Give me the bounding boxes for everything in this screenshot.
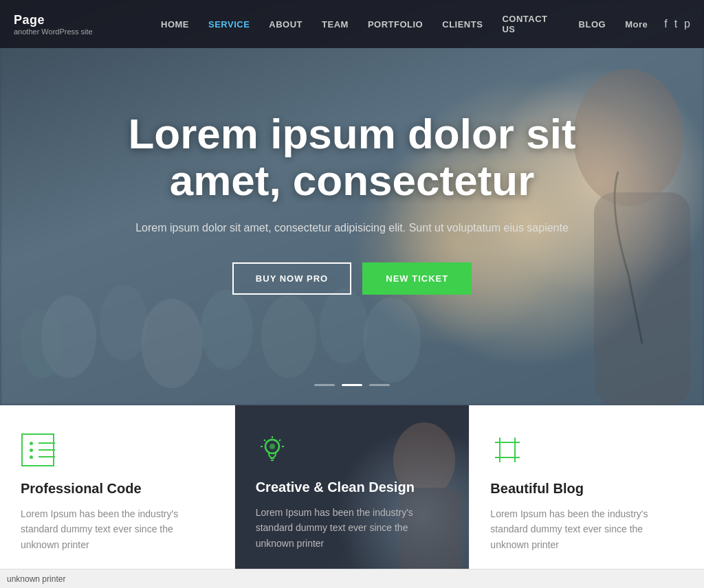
pinterest-icon[interactable]: p bbox=[684, 18, 690, 30]
svg-point-9 bbox=[363, 297, 421, 383]
nav-item-more[interactable]: More bbox=[615, 19, 657, 30]
feature-title-3: Beautiful Blog bbox=[490, 481, 683, 497]
brand-title: Page bbox=[14, 13, 124, 27]
feature-title-2: Creative & Clean Design bbox=[256, 479, 449, 495]
hash-line-v2 bbox=[514, 438, 516, 462]
dark-col-content: Creative & Clean Design Lorem Ipsum has … bbox=[256, 433, 449, 551]
nav-item-clients[interactable]: CLIENTS bbox=[432, 19, 492, 30]
new-ticket-button[interactable]: NEW TICKET bbox=[362, 262, 472, 295]
feature-creative-design: Creative & Clean Design Lorem Ipsum has … bbox=[235, 405, 470, 588]
feature-beautiful-blog: Beautiful Blog Lorem Ipsum has been the … bbox=[470, 405, 704, 588]
list-line-1 bbox=[38, 442, 55, 444]
navbar: Page another WordPress site HOME SERVICE… bbox=[0, 0, 704, 48]
svg-point-7 bbox=[261, 295, 316, 378]
buy-now-button[interactable]: BUY NOW PRO bbox=[232, 262, 351, 295]
list-row-2 bbox=[30, 449, 55, 452]
hash-icon bbox=[490, 433, 525, 467]
feature-text-2: Lorem Ipsum has been the industry's stan… bbox=[256, 505, 449, 551]
hash-line-v1 bbox=[499, 438, 500, 462]
brand-subtitle: another WordPress site bbox=[14, 27, 124, 36]
hero-subtitle: Lorem ipsum dolor sit amet, consectetur … bbox=[98, 219, 606, 237]
list-dot-1 bbox=[30, 442, 33, 445]
list-row-3 bbox=[30, 455, 55, 459]
svg-point-5 bbox=[201, 290, 253, 370]
feature-professional-code: Professional Code Lorem Ipsum has been t… bbox=[0, 405, 235, 588]
hero-content: Lorem ipsum dolor sit amet, consectetur … bbox=[84, 111, 620, 295]
svg-point-8 bbox=[320, 289, 368, 364]
nav-social: f t p bbox=[664, 18, 690, 30]
status-bar: unknown printer bbox=[0, 569, 704, 588]
svg-line-17 bbox=[264, 440, 265, 441]
slider-dot-1[interactable] bbox=[314, 384, 335, 386]
list-line-2 bbox=[38, 449, 55, 451]
list-line-3 bbox=[38, 456, 55, 457]
slider-dot-2[interactable] bbox=[342, 384, 362, 386]
hero-slider-dots bbox=[314, 384, 390, 386]
nav-links: HOME SERVICE ABOUT TEAM PORTFOLIO CLIENT… bbox=[151, 14, 657, 34]
list-dot-2 bbox=[30, 449, 33, 452]
feature-text-1: Lorem Ipsum has been the industry's stan… bbox=[21, 506, 214, 552]
svg-line-18 bbox=[279, 440, 280, 441]
svg-point-15 bbox=[270, 444, 275, 449]
list-icon bbox=[21, 433, 55, 467]
facebook-icon[interactable]: f bbox=[664, 18, 667, 30]
svg-point-4 bbox=[141, 299, 203, 388]
svg-point-6 bbox=[21, 309, 62, 378]
nav-item-blog[interactable]: BLOG bbox=[569, 19, 616, 30]
hero-section: Lorem ipsum dolor sit amet, consectetur … bbox=[0, 0, 704, 405]
twitter-icon[interactable]: t bbox=[674, 18, 677, 30]
feature-text-3: Lorem Ipsum has been the industry's stan… bbox=[490, 506, 683, 552]
bulb-svg bbox=[256, 433, 289, 466]
nav-item-home[interactable]: HOME bbox=[151, 19, 199, 30]
nav-item-service[interactable]: SERVICE bbox=[199, 19, 259, 30]
list-row-1 bbox=[30, 442, 55, 445]
feature-title-1: Professional Code bbox=[21, 481, 214, 497]
nav-item-contact[interactable]: CONTACT US bbox=[492, 14, 569, 34]
hero-buttons: BUY NOW PRO NEW TICKET bbox=[98, 262, 606, 295]
slider-dot-3[interactable] bbox=[369, 384, 390, 386]
svg-point-3 bbox=[100, 285, 148, 361]
nav-item-portfolio[interactable]: PORTFOLIO bbox=[358, 19, 432, 30]
nav-brand: Page another WordPress site bbox=[14, 13, 124, 36]
hero-title: Lorem ipsum dolor sit amet, consectetur bbox=[98, 111, 606, 204]
nav-item-team[interactable]: TEAM bbox=[312, 19, 358, 30]
list-dot-3 bbox=[30, 455, 33, 459]
status-text: unknown printer bbox=[7, 574, 65, 584]
nav-item-about[interactable]: ABOUT bbox=[259, 19, 312, 30]
bulb-icon bbox=[256, 433, 289, 466]
features-section: Professional Code Lorem Ipsum has been t… bbox=[0, 405, 704, 588]
